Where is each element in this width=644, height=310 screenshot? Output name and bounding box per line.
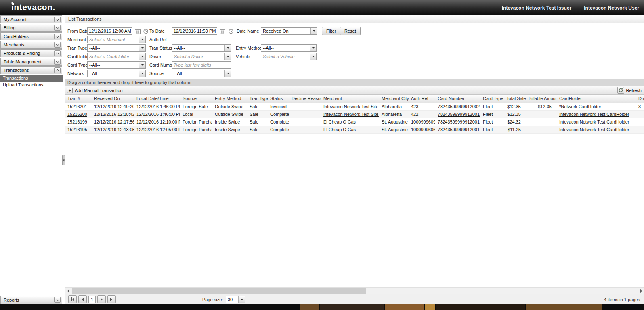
reset-button[interactable]: Reset <box>340 27 361 35</box>
column-header[interactable]: Driver <box>636 95 644 103</box>
entry-method-select[interactable]: --All-- <box>261 44 317 52</box>
sidebar-item-billing[interactable]: Billing <box>0 24 62 32</box>
dropdown-arrow-icon[interactable] <box>139 45 145 51</box>
chevron-down-icon[interactable] <box>54 17 61 22</box>
column-header[interactable]: Merchant <box>321 95 379 103</box>
dropdown-arrow-icon[interactable] <box>224 45 231 51</box>
dropdown-arrow-icon[interactable] <box>224 70 231 77</box>
add-manual-transaction-button[interactable]: + Add Manual Transaction <box>67 88 123 93</box>
dropdown-arrow-icon[interactable] <box>310 45 316 51</box>
column-header[interactable]: Merchant City <box>379 95 409 103</box>
sidebar-item-transactions[interactable]: Transactions <box>0 66 62 74</box>
sidebar-item-merchants[interactable]: Merchants <box>0 41 62 49</box>
pager-next-button[interactable] <box>97 295 106 303</box>
scrollbar-thumb[interactable] <box>72 288 366 294</box>
auth-ref-input[interactable] <box>172 36 231 43</box>
cardholder-combobox[interactable]: Select a CardHolder <box>87 53 146 60</box>
chevron-down-icon[interactable] <box>54 42 61 48</box>
clock-icon[interactable] <box>143 28 149 34</box>
horizontal-scrollbar[interactable] <box>65 287 644 294</box>
column-header[interactable]: Card Number <box>435 95 480 103</box>
scroll-right-icon[interactable] <box>638 288 644 294</box>
tran-status-select[interactable]: --All-- <box>172 44 231 52</box>
chevron-down-icon[interactable] <box>54 59 61 65</box>
dropdown-arrow-icon[interactable] <box>238 296 245 303</box>
cell-link[interactable]: 15216201 <box>67 104 87 109</box>
column-header[interactable]: Billable Amount <box>526 95 557 103</box>
vehicle-combobox[interactable]: Select a Vehicle <box>261 53 317 60</box>
dropdown-arrow-icon[interactable] <box>139 36 145 43</box>
issuer-name[interactable]: Intevacon Network Test Issuer <box>502 5 572 11</box>
table-cell <box>289 103 321 110</box>
cell-link[interactable]: Intevacon Network Test Site 1 <box>323 112 379 117</box>
sidebar-item-reports[interactable]: Reports <box>0 296 62 304</box>
table-cell: 422 <box>409 110 435 118</box>
table-cell: Sale <box>247 126 268 133</box>
filter-button[interactable]: Filter <box>322 27 340 35</box>
column-header[interactable]: Card Type <box>480 95 504 103</box>
card-type-select[interactable]: --All-- <box>87 61 146 69</box>
group-by-drop-zone[interactable]: Drag a column header and drop it here to… <box>65 79 644 86</box>
column-header[interactable]: Auth Ref <box>409 95 435 103</box>
sidebar-subitem-upload-transactions[interactable]: Upload Transactions <box>0 82 63 88</box>
source-select[interactable]: --All-- <box>172 70 231 77</box>
driver-label: Driver <box>149 53 161 60</box>
column-header[interactable]: Local Date/Time <box>134 95 180 103</box>
scroll-left-icon[interactable] <box>65 288 71 294</box>
pager-last-button[interactable] <box>107 295 116 303</box>
dropdown-arrow-icon[interactable] <box>139 53 145 60</box>
cell-link[interactable]: 15216199 <box>67 119 87 124</box>
pager-prev-button[interactable] <box>78 295 87 303</box>
clock-icon[interactable] <box>228 28 234 34</box>
sidebar-item-products-pricing[interactable]: Products & Pricing <box>0 49 62 57</box>
dropdown-arrow-icon[interactable] <box>139 62 145 68</box>
from-date-input[interactable] <box>87 27 132 35</box>
column-header[interactable]: Total Sale <box>504 95 526 103</box>
chevron-down-icon[interactable] <box>54 297 61 303</box>
cell-link[interactable]: 15216200 <box>67 112 87 117</box>
calendar-icon[interactable] <box>134 28 141 34</box>
dropdown-arrow-icon[interactable] <box>310 53 316 60</box>
refresh-button[interactable]: Refresh <box>617 87 642 94</box>
cell-link[interactable]: Intevacon Network Test CardHolder <box>559 112 629 117</box>
dropdown-arrow-icon[interactable] <box>139 70 145 77</box>
sidebar-item-table-management[interactable]: Table Management <box>0 58 62 66</box>
to-date-input[interactable] <box>172 27 217 35</box>
column-header[interactable]: Tran # <box>65 95 92 103</box>
cell-link[interactable]: 7824359999991200133 <box>438 127 480 132</box>
column-header[interactable]: CardHolder <box>557 95 636 103</box>
column-header[interactable]: Status <box>268 95 289 103</box>
date-name-select[interactable]: Received On <box>261 27 317 35</box>
column-header[interactable]: Entry Method <box>212 95 247 103</box>
network-select[interactable]: --All-- <box>87 70 146 77</box>
chevron-down-icon[interactable] <box>54 50 61 56</box>
column-header[interactable]: Decline Reason <box>289 95 321 103</box>
column-header[interactable]: Source <box>180 95 212 103</box>
column-header[interactable]: Tran Type <box>247 95 268 103</box>
cell-link[interactable]: Intevacon Network Test CardHolder <box>559 119 629 124</box>
cell-link[interactable]: 15216195 <box>67 127 87 132</box>
chevron-down-icon[interactable] <box>54 34 61 39</box>
dropdown-arrow-icon[interactable] <box>224 53 231 60</box>
column-header[interactable]: Received On <box>92 95 134 103</box>
user-name[interactable]: Intevacon Network User <box>584 5 639 11</box>
merchant-combobox[interactable]: Select a Merchant <box>87 36 146 43</box>
driver-combobox[interactable]: Select a Driver <box>172 53 231 60</box>
sidebar-subitem-transactions[interactable]: Transactions <box>0 75 63 82</box>
pager-first-button[interactable] <box>68 295 77 303</box>
card-number-input[interactable] <box>172 61 231 69</box>
tran-type-select[interactable]: --All-- <box>87 44 146 52</box>
calendar-icon[interactable] <box>219 28 226 34</box>
cell-link[interactable]: 7824359999991200133 <box>438 119 480 124</box>
chevron-down-icon[interactable] <box>54 25 61 31</box>
cell-link[interactable]: Intevacon Network Test Site 1 <box>323 104 379 109</box>
cell-link[interactable]: Intevacon Network Test CardHolder <box>559 127 629 132</box>
sidebar-item-my-account[interactable]: My Account <box>0 15 62 23</box>
cell-link[interactable]: 7824359999991200133 <box>438 112 480 117</box>
sidebar-item-cardholders[interactable]: CardHolders <box>0 32 62 40</box>
pager-page-input[interactable]: 1 <box>88 296 96 303</box>
dropdown-arrow-icon[interactable] <box>310 28 317 34</box>
chevron-up-icon[interactable] <box>54 67 61 73</box>
table-cell: 15216201 <box>65 103 92 110</box>
page-size-select[interactable]: 30 <box>226 296 245 303</box>
